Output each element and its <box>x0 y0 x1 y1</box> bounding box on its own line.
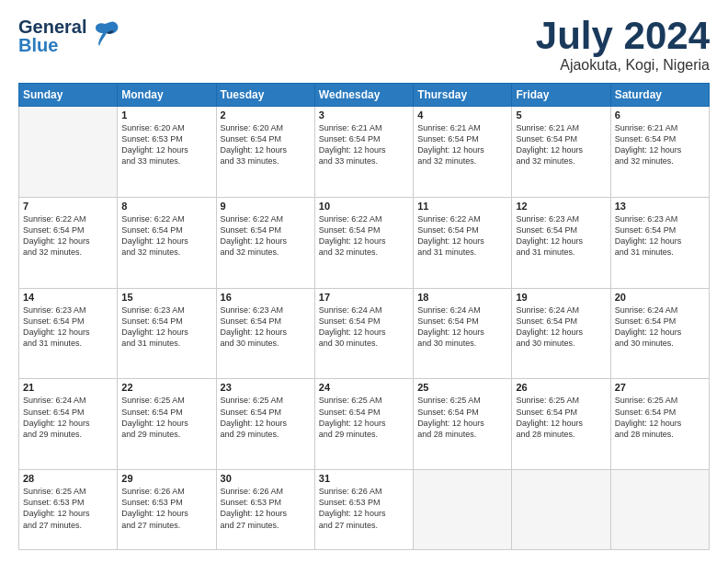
table-row: 26Sunrise: 6:25 AM Sunset: 6:54 PM Dayli… <box>512 379 610 470</box>
table-row <box>610 470 709 550</box>
title-block: July 2024 Ajaokuta, Kogi, Nigeria <box>536 17 710 74</box>
day-info: Sunrise: 6:24 AM Sunset: 6:54 PM Dayligh… <box>615 304 705 350</box>
col-wednesday: Wednesday <box>314 84 413 107</box>
calendar-week-row: 21Sunrise: 6:24 AM Sunset: 6:54 PM Dayli… <box>19 379 710 470</box>
day-info: Sunrise: 6:20 AM Sunset: 6:53 PM Dayligh… <box>121 122 211 167</box>
table-row: 21Sunrise: 6:24 AM Sunset: 6:54 PM Dayli… <box>19 379 118 470</box>
col-friday: Friday <box>512 84 610 107</box>
table-row: 1Sunrise: 6:20 AM Sunset: 6:53 PM Daylig… <box>118 107 216 198</box>
day-number: 13 <box>615 201 705 212</box>
day-number: 16 <box>221 292 311 303</box>
col-saturday: Saturday <box>610 84 709 107</box>
logo-bird-icon <box>92 18 121 55</box>
table-row: 14Sunrise: 6:23 AM Sunset: 6:54 PM Dayli… <box>19 288 118 379</box>
day-info: Sunrise: 6:26 AM Sunset: 6:53 PM Dayligh… <box>221 486 311 531</box>
day-info: Sunrise: 6:22 AM Sunset: 6:54 PM Dayligh… <box>221 213 311 259</box>
table-row: 27Sunrise: 6:25 AM Sunset: 6:54 PM Dayli… <box>610 379 709 470</box>
table-row: 29Sunrise: 6:26 AM Sunset: 6:53 PM Dayli… <box>118 470 216 550</box>
day-info: Sunrise: 6:25 AM Sunset: 6:54 PM Dayligh… <box>615 395 705 440</box>
day-info: Sunrise: 6:23 AM Sunset: 6:54 PM Dayligh… <box>615 213 705 259</box>
day-info: Sunrise: 6:21 AM Sunset: 6:54 PM Dayligh… <box>615 122 705 167</box>
table-row: 6Sunrise: 6:21 AM Sunset: 6:54 PM Daylig… <box>610 107 709 198</box>
day-number: 29 <box>121 473 211 484</box>
day-info: Sunrise: 6:25 AM Sunset: 6:54 PM Dayligh… <box>417 395 507 440</box>
table-row: 3Sunrise: 6:21 AM Sunset: 6:54 PM Daylig… <box>314 107 413 198</box>
day-number: 6 <box>615 109 705 121</box>
page: General Blue July 2024 Ajaokuta, Kogi, N… <box>0 0 728 563</box>
logo-general: General <box>18 17 86 36</box>
day-number: 12 <box>516 201 606 212</box>
col-thursday: Thursday <box>414 84 512 107</box>
table-row: 19Sunrise: 6:24 AM Sunset: 6:54 PM Dayli… <box>512 288 610 379</box>
day-info: Sunrise: 6:23 AM Sunset: 6:54 PM Dayligh… <box>516 213 606 259</box>
table-row: 8Sunrise: 6:22 AM Sunset: 6:54 PM Daylig… <box>118 197 216 288</box>
table-row: 12Sunrise: 6:23 AM Sunset: 6:54 PM Dayli… <box>512 197 610 288</box>
day-number: 27 <box>615 382 705 393</box>
table-row: 11Sunrise: 6:22 AM Sunset: 6:54 PM Dayli… <box>414 197 512 288</box>
day-number: 2 <box>221 109 311 121</box>
day-number: 17 <box>319 292 409 303</box>
calendar-week-row: 14Sunrise: 6:23 AM Sunset: 6:54 PM Dayli… <box>19 288 710 379</box>
table-row: 2Sunrise: 6:20 AM Sunset: 6:54 PM Daylig… <box>216 107 314 198</box>
calendar-header-row: Sunday Monday Tuesday Wednesday Thursday… <box>19 84 710 107</box>
day-info: Sunrise: 6:22 AM Sunset: 6:54 PM Dayligh… <box>23 213 113 259</box>
day-info: Sunrise: 6:25 AM Sunset: 6:54 PM Dayligh… <box>319 395 409 440</box>
table-row: 16Sunrise: 6:23 AM Sunset: 6:54 PM Dayli… <box>216 288 314 379</box>
day-number: 7 <box>23 201 113 212</box>
table-row: 23Sunrise: 6:25 AM Sunset: 6:54 PM Dayli… <box>216 379 314 470</box>
day-info: Sunrise: 6:21 AM Sunset: 6:54 PM Dayligh… <box>516 122 606 167</box>
table-row: 22Sunrise: 6:25 AM Sunset: 6:54 PM Dayli… <box>118 379 216 470</box>
day-info: Sunrise: 6:25 AM Sunset: 6:54 PM Dayligh… <box>221 395 311 440</box>
day-number: 10 <box>319 201 409 212</box>
calendar-week-row: 1Sunrise: 6:20 AM Sunset: 6:53 PM Daylig… <box>19 107 710 198</box>
table-row: 17Sunrise: 6:24 AM Sunset: 6:54 PM Dayli… <box>314 288 413 379</box>
table-row: 18Sunrise: 6:24 AM Sunset: 6:54 PM Dayli… <box>414 288 512 379</box>
table-row: 10Sunrise: 6:22 AM Sunset: 6:54 PM Dayli… <box>314 197 413 288</box>
calendar-table: Sunday Monday Tuesday Wednesday Thursday… <box>18 83 710 550</box>
col-monday: Monday <box>118 84 216 107</box>
day-number: 15 <box>121 292 211 303</box>
day-info: Sunrise: 6:26 AM Sunset: 6:53 PM Dayligh… <box>121 486 211 531</box>
day-info: Sunrise: 6:21 AM Sunset: 6:54 PM Dayligh… <box>417 122 507 167</box>
day-number: 11 <box>417 201 507 212</box>
day-info: Sunrise: 6:22 AM Sunset: 6:54 PM Dayligh… <box>319 213 409 259</box>
table-row: 5Sunrise: 6:21 AM Sunset: 6:54 PM Daylig… <box>512 107 610 198</box>
day-number: 24 <box>319 382 409 393</box>
day-number: 20 <box>615 292 705 303</box>
title-month: July 2024 <box>536 17 710 55</box>
day-info: Sunrise: 6:24 AM Sunset: 6:54 PM Dayligh… <box>516 304 606 350</box>
table-row: 4Sunrise: 6:21 AM Sunset: 6:54 PM Daylig… <box>414 107 512 198</box>
day-number: 19 <box>516 292 606 303</box>
header: General Blue July 2024 Ajaokuta, Kogi, N… <box>18 17 710 74</box>
table-row: 13Sunrise: 6:23 AM Sunset: 6:54 PM Dayli… <box>610 197 709 288</box>
day-info: Sunrise: 6:22 AM Sunset: 6:54 PM Dayligh… <box>121 213 211 259</box>
day-number: 31 <box>319 473 409 484</box>
day-number: 18 <box>417 292 507 303</box>
day-number: 30 <box>221 473 311 484</box>
day-number: 14 <box>23 292 113 303</box>
col-sunday: Sunday <box>19 84 118 107</box>
col-tuesday: Tuesday <box>216 84 314 107</box>
day-number: 1 <box>121 109 211 121</box>
day-number: 4 <box>417 109 507 121</box>
day-info: Sunrise: 6:23 AM Sunset: 6:54 PM Dayligh… <box>221 304 311 350</box>
day-info: Sunrise: 6:25 AM Sunset: 6:54 PM Dayligh… <box>516 395 606 440</box>
day-number: 3 <box>319 109 409 121</box>
day-info: Sunrise: 6:24 AM Sunset: 6:54 PM Dayligh… <box>417 304 507 350</box>
day-info: Sunrise: 6:23 AM Sunset: 6:54 PM Dayligh… <box>23 304 113 350</box>
day-info: Sunrise: 6:21 AM Sunset: 6:54 PM Dayligh… <box>319 122 409 167</box>
table-row: 9Sunrise: 6:22 AM Sunset: 6:54 PM Daylig… <box>216 197 314 288</box>
table-row <box>512 470 610 550</box>
calendar-week-row: 28Sunrise: 6:25 AM Sunset: 6:53 PM Dayli… <box>19 470 710 550</box>
table-row: 28Sunrise: 6:25 AM Sunset: 6:53 PM Dayli… <box>19 470 118 550</box>
table-row: 15Sunrise: 6:23 AM Sunset: 6:54 PM Dayli… <box>118 288 216 379</box>
day-info: Sunrise: 6:24 AM Sunset: 6:54 PM Dayligh… <box>23 395 113 440</box>
table-row: 31Sunrise: 6:26 AM Sunset: 6:53 PM Dayli… <box>314 470 413 550</box>
calendar-week-row: 7Sunrise: 6:22 AM Sunset: 6:54 PM Daylig… <box>19 197 710 288</box>
day-info: Sunrise: 6:25 AM Sunset: 6:53 PM Dayligh… <box>23 486 113 531</box>
day-number: 25 <box>417 382 507 393</box>
day-number: 9 <box>221 201 311 212</box>
day-info: Sunrise: 6:26 AM Sunset: 6:53 PM Dayligh… <box>319 486 409 531</box>
day-info: Sunrise: 6:20 AM Sunset: 6:54 PM Dayligh… <box>221 122 311 167</box>
table-row <box>19 107 118 198</box>
